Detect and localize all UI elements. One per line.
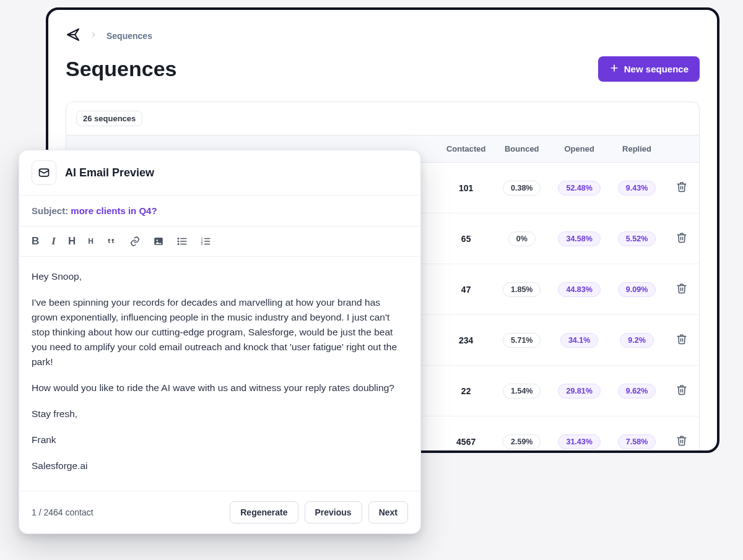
- cell-bounced: 1.54%: [503, 384, 541, 398]
- trash-icon: [676, 185, 687, 194]
- cell-contacted: 22: [438, 366, 494, 416]
- trash-icon: [676, 337, 687, 347]
- cell-contacted: 65: [438, 213, 494, 264]
- cell-opened: 52.48%: [558, 181, 600, 196]
- email-signoff: Stay fresh,: [32, 407, 408, 421]
- email-paragraph-2: How would you like to ride the AI wave w…: [32, 381, 408, 395]
- breadcrumb: Sequences: [66, 27, 700, 44]
- cell-contacted: 4567: [438, 416, 494, 454]
- breadcrumb-item[interactable]: Sequences: [106, 31, 152, 41]
- cell-bounced: 0.38%: [503, 181, 541, 196]
- heading-small-icon[interactable]: H: [88, 237, 93, 246]
- cell-bounced: 2.59%: [503, 434, 541, 449]
- heading-large-icon[interactable]: H: [68, 235, 76, 248]
- previous-button[interactable]: Previous: [305, 501, 362, 523]
- col-replied: Replied: [609, 136, 664, 163]
- next-button[interactable]: Next: [368, 501, 408, 523]
- subject-label: Subject:: [32, 205, 68, 216]
- email-paragraph-1: I've been spinning your records for deca…: [32, 295, 408, 369]
- trash-icon: [676, 286, 687, 296]
- quote-icon[interactable]: [106, 236, 117, 247]
- svg-point-4: [156, 239, 157, 241]
- ai-email-preview-panel: AI Email Preview Subject: more clients i…: [19, 150, 421, 534]
- subject-row: Subject: more clients in Q4?: [19, 196, 420, 226]
- regenerate-button[interactable]: Regenerate: [230, 501, 298, 523]
- email-sender-company: Salesforge.ai: [32, 459, 408, 473]
- cell-bounced: 0%: [508, 231, 536, 246]
- cell-opened: 44.83%: [558, 282, 600, 297]
- cell-opened: 34.1%: [560, 333, 598, 348]
- plus-icon: [609, 63, 619, 75]
- new-sequence-label: New sequence: [624, 64, 689, 74]
- email-sender-name: Frank: [32, 433, 408, 447]
- numbered-list-icon[interactable]: 123: [200, 236, 211, 247]
- delete-row-button[interactable]: [672, 279, 691, 299]
- col-contacted: Contacted: [438, 136, 494, 163]
- preview-title: AI Email Preview: [65, 166, 154, 179]
- link-icon[interactable]: [129, 236, 141, 247]
- editor-toolbar: B I H H 123: [19, 226, 420, 257]
- cell-replied: 9.62%: [618, 384, 656, 398]
- delete-row-button[interactable]: [672, 381, 691, 401]
- mail-icon: [32, 160, 56, 185]
- trash-icon: [676, 388, 687, 397]
- cell-contacted: 234: [438, 315, 494, 366]
- bold-icon[interactable]: B: [32, 235, 39, 248]
- svg-text:3: 3: [201, 242, 202, 246]
- svg-point-5: [178, 238, 179, 239]
- email-greeting: Hey Snoop,: [32, 269, 408, 284]
- svg-point-6: [178, 241, 179, 242]
- chevron-right-icon: [89, 30, 98, 41]
- cell-replied: 9.09%: [618, 282, 656, 297]
- cell-contacted: 101: [438, 163, 494, 213]
- cell-opened: 29.81%: [558, 384, 600, 398]
- contact-counter: 1 / 2464 contact: [32, 507, 93, 517]
- cell-replied: 7.58%: [618, 434, 656, 449]
- cell-bounced: 5.71%: [503, 333, 541, 348]
- svg-point-7: [178, 244, 179, 245]
- send-logo-icon[interactable]: [66, 27, 80, 44]
- trash-icon: [676, 439, 687, 448]
- cell-bounced: 1.85%: [503, 282, 541, 297]
- col-opened: Opened: [549, 136, 609, 163]
- col-bounced: Bounced: [494, 136, 549, 163]
- cell-contacted: 47: [438, 264, 494, 315]
- cell-replied: 9.2%: [620, 333, 654, 348]
- trash-icon: [676, 236, 687, 245]
- delete-row-button[interactable]: [672, 431, 691, 452]
- image-icon[interactable]: [153, 236, 164, 247]
- cell-replied: 9.43%: [618, 181, 656, 196]
- page-title: Sequences: [66, 57, 177, 81]
- sequence-count-pill: 26 sequences: [76, 111, 142, 126]
- cell-opened: 34.58%: [558, 231, 600, 246]
- bulleted-list-icon[interactable]: [176, 236, 188, 247]
- delete-row-button[interactable]: [672, 228, 691, 249]
- subject-value[interactable]: more clients in Q4?: [71, 205, 157, 216]
- email-body[interactable]: Hey Snoop, I've been spinning your recor…: [19, 257, 420, 491]
- delete-row-button[interactable]: [672, 178, 691, 198]
- cell-replied: 5.52%: [618, 231, 656, 246]
- cell-opened: 31.43%: [558, 434, 600, 449]
- delete-row-button[interactable]: [672, 330, 691, 350]
- italic-icon[interactable]: I: [51, 235, 56, 248]
- new-sequence-button[interactable]: New sequence: [598, 56, 700, 82]
